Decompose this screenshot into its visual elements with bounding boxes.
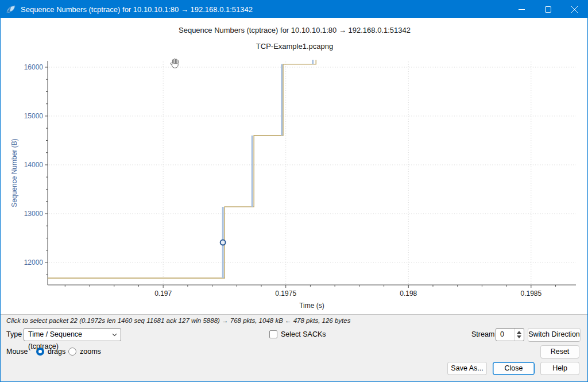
stream-stepper-arrows[interactable]	[514, 329, 524, 341]
hand-drag-cursor-icon	[171, 59, 179, 68]
select-sacks-label: Select SACKs	[281, 328, 326, 341]
maximize-button[interactable]	[535, 1, 561, 18]
close-button[interactable]: Close	[493, 362, 535, 375]
graph-type-dropdown[interactable]: Time / Sequence (tcptrace)	[24, 328, 121, 341]
y-axis-title: Sequence Number (B)	[10, 138, 18, 207]
stepper-down-icon	[517, 335, 521, 338]
sequence-steps-line	[48, 60, 316, 278]
stream-stepper[interactable]: 0	[496, 328, 524, 341]
y-tick-label: 14000	[24, 161, 44, 169]
window-controls	[508, 1, 587, 18]
chevron-down-icon	[112, 333, 117, 337]
selected-packet-marker	[220, 240, 226, 245]
type-label: Type	[6, 328, 22, 341]
minimize-button[interactable]	[508, 1, 535, 18]
wireshark-icon	[6, 5, 16, 14]
switch-direction-button[interactable]: Switch Direction	[528, 328, 581, 342]
x-tick-label: 0.198	[400, 290, 417, 298]
x-axis-title: Time (s)	[299, 302, 324, 310]
y-tick-label: 13000	[24, 210, 44, 218]
help-button[interactable]: Help	[540, 362, 579, 375]
titlebar: Sequence Numbers (tcptrace) for 10.10.10…	[1, 1, 587, 18]
chart-area: Sequence Numbers (tcptrace) for 10.10.10…	[1, 18, 588, 314]
tcptrace-plot[interactable]: 0.1970.19750.1980.1985120001300014000150…	[1, 18, 588, 314]
stream-value: 0	[500, 329, 504, 341]
x-tick-label: 0.197	[154, 290, 172, 298]
mouse-label: Mouse	[6, 345, 28, 358]
tcp-stream-graph-window: Sequence Numbers (tcptrace) for 10.10.10…	[0, 0, 588, 382]
mouse-zooms-label: zooms	[80, 345, 101, 358]
mouse-drags-radio[interactable]	[36, 348, 44, 356]
save-as-button[interactable]: Save As...	[447, 362, 487, 375]
mouse-drags-label: drags	[48, 345, 65, 358]
mouse-zooms-radio[interactable]	[68, 348, 76, 356]
x-tick-label: 0.1975	[275, 290, 296, 298]
stream-label: Stream	[471, 328, 494, 341]
y-tick-label: 12000	[24, 258, 44, 267]
select-sacks-checkbox[interactable]	[269, 330, 277, 338]
status-hint-text: Click to select packet 22 (0.1972s len 1…	[6, 317, 350, 324]
y-tick-label: 16000	[24, 63, 44, 71]
stepper-up-icon	[517, 331, 521, 334]
x-tick-label: 0.1985	[520, 290, 541, 298]
controls-panel: Click to select packet 22 (0.1972s len 1…	[1, 315, 588, 382]
reset-button[interactable]: Reset	[540, 345, 579, 358]
y-tick-label: 15000	[24, 112, 44, 120]
close-button-titlebar[interactable]	[561, 1, 587, 18]
maximize-icon	[545, 6, 551, 13]
minimize-icon	[519, 6, 525, 13]
window-title: Sequence Numbers (tcptrace) for 10.10.10…	[21, 5, 508, 14]
close-icon	[571, 6, 578, 13]
